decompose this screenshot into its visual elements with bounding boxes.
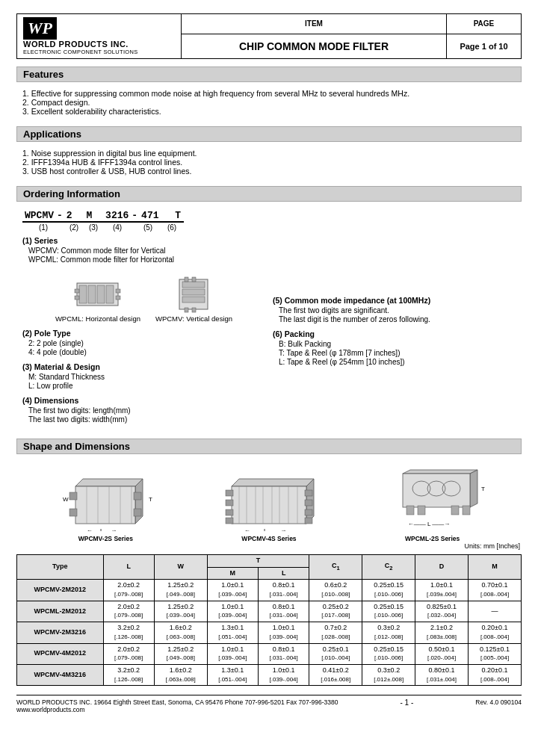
svg-rect-58 (463, 506, 470, 515)
cell-value: 0.50±0.1[.020-.004] (415, 643, 469, 664)
cell-type: WPCMV-2M2012 (17, 580, 104, 601)
code-part-m: M (84, 210, 94, 223)
spec3-line1: M: Standard Thickness (22, 373, 265, 381)
svg-rect-13 (185, 277, 188, 282)
svg-rect-3 (97, 285, 105, 303)
wpcmv-diagram (173, 276, 214, 313)
spec6-line1: B: Bulk Packing (273, 340, 516, 348)
code-part-3216: 3216 (103, 210, 131, 223)
shapes-header: Shape and Dimensions (16, 439, 522, 454)
spec3-line2: L: Low profile (22, 382, 265, 390)
spec4-line2: The last two digits: width(mm) (22, 415, 265, 424)
spec-section-1: (1) Series WPCMV: Common mode filter for… (22, 236, 265, 264)
cell-value: 1.25±0.2[.049-.008] (154, 580, 207, 601)
ordering-num-line: (1) (2) (3) (4) (5) (6) (24, 223, 516, 232)
logo-text: WORLD PRODUCTS INC. ELECTRONIC COMPONENT… (23, 40, 137, 55)
spec2-title: (2) Pole Type (22, 329, 265, 338)
th-TM: M (207, 567, 258, 580)
th-C2: C2 (362, 555, 415, 580)
item-label: ITEM (182, 14, 447, 34)
wpcml-img-label: WPCML: Horizontal design (55, 315, 140, 323)
svg-rect-5 (75, 289, 79, 293)
svg-text:W: W (63, 496, 69, 503)
svg-rect-16 (192, 308, 196, 312)
wpcml-diagram (73, 276, 122, 313)
code-num-1: (1) (24, 223, 63, 232)
code-num-4: (4) (102, 223, 133, 232)
spec-section-4: (4) Dimensions The first two digits: len… (22, 396, 265, 424)
cell-value: 1.0±0.1[.039-.004] (207, 643, 258, 664)
wpcmv-img-label: WPCMV: Vertical design (155, 315, 232, 323)
code-spacer-3 (162, 210, 173, 223)
svg-rect-1 (79, 285, 87, 303)
svg-rect-19 (75, 486, 135, 524)
svg-marker-52 (403, 470, 477, 474)
item-value: CHIP COMMON MODE FILTER (182, 34, 447, 58)
cell-value: — (469, 601, 522, 622)
svg-rect-47 (305, 490, 312, 496)
table-row: WPCMV-2M32163.2±0.2[.126-.008]1.6±0.2[.0… (17, 622, 522, 643)
cell-value: 1.0±0.1[.039-.004] (259, 664, 309, 685)
svg-rect-57 (451, 506, 459, 515)
spec-section-6: (6) Packing B: Bulk Packing T: Tape & Re… (273, 329, 516, 366)
features-content: 1. Effective for suppressing common mode… (16, 86, 522, 120)
spec6-line3: L: Tape & Reel (φ 254mm [10 inches]) (273, 358, 516, 366)
svg-rect-44 (226, 500, 233, 506)
cell-value: 0.25±0.2[.017-.008] (309, 601, 362, 622)
code-num-5: (5) (133, 223, 163, 232)
svg-rect-11 (182, 289, 205, 295)
svg-text:T: T (149, 496, 152, 503)
code-part-wpcmv: WPCMV (22, 210, 56, 223)
table-row: WPCMV-2M20122.0±0.2[.079-.008]1.25±0.2[.… (17, 580, 522, 601)
spec-section-5: (5) Common mode impedance (at 100MHz) Th… (273, 296, 516, 323)
applications-content: 1. Noise suppression in digital bus line… (16, 146, 522, 180)
cell-value: 2.0±0.2[.079-.008] (103, 643, 154, 664)
cell-value: 0.20±0.1[.008-.004] (469, 664, 522, 685)
svg-rect-2 (88, 285, 96, 303)
dimensions-table: Type L W T C1 C2 D M M L WPCMV-2M20122.0… (16, 554, 522, 686)
cell-value: 0.8±0.1[.031-.004] (259, 580, 309, 601)
cell-value: 1.3±0.1[.051-.004] (207, 622, 258, 643)
svg-marker-18 (135, 479, 143, 524)
cell-type: WPCML-2M2012 (17, 601, 104, 622)
spec-col-right: (5) Common mode impedance (at 100MHz) Th… (273, 236, 516, 430)
code-part-2: 2 (64, 210, 75, 223)
spec2-line1: 2: 2 pole (single) (22, 339, 265, 347)
footer-left: WORLD PRODUCTS INC. 19664 Eighth Street … (16, 698, 338, 713)
svg-rect-10 (182, 282, 205, 288)
svg-rect-56 (418, 506, 425, 515)
shape-wpcmv-4s: ←—— L ——→ WPCMV-4S Series (209, 464, 329, 542)
cell-value: 3.2±0.2[.126-.008] (103, 622, 154, 643)
ordering-code-line: WPCMV - 2 M 3216 - 471 T (22, 210, 516, 223)
spec1-line1: WPCMV: Common mode filter for Vertical (22, 247, 265, 255)
code-part-t: T (172, 210, 184, 223)
cell-value: 0.20±0.1[.008-.004] (469, 622, 522, 643)
cell-value: 1.25±0.2[.049-.008] (154, 643, 207, 664)
cell-value: 1.0±0.1[.039-.004] (207, 601, 258, 622)
spec-section-2: (2) Pole Type 2: 2 pole (single) 4: 4 po… (22, 329, 265, 356)
spec5-title: (5) Common mode impedance (at 100MHz) (273, 296, 516, 305)
cell-value: 2.0±0.2[.079-.008] (103, 601, 154, 622)
shape-wpcml-2s: ←—— L ——→ T WPCML-2S Series (373, 464, 492, 542)
cell-value: 0.825±0.1[.032-.004] (415, 601, 469, 622)
th-T: T (207, 555, 309, 568)
svg-rect-4 (106, 285, 114, 303)
svg-rect-45 (226, 509, 233, 515)
spec-columns: (1) Series WPCMV: Common mode filter for… (16, 233, 522, 433)
cell-value: 0.8±0.1[.031-.004] (259, 601, 309, 622)
wpcml-2s-svg: ←—— L ——→ T (373, 464, 492, 531)
spec3-title: (3) Material & Design (22, 362, 265, 371)
cell-value: 2.1±0.2[.083±.008] (415, 622, 469, 643)
features-header: Features (16, 66, 522, 82)
shape-wpcmv-2s: ←— L —→ T W WPCMV-2S Series (46, 464, 165, 542)
svg-rect-43 (226, 490, 233, 496)
svg-marker-17 (75, 479, 143, 486)
cell-type: WPCMV-4M2012 (17, 643, 104, 664)
cell-value: 1.0±0.1[.039-.004] (259, 622, 309, 643)
feature-item-3: 3. Excellent solderability characteristi… (22, 107, 516, 116)
svg-rect-27 (134, 492, 141, 500)
svg-text:←—— L ——→: ←—— L ——→ (407, 521, 450, 527)
footer: WORLD PRODUCTS INC. 19664 Eighth Street … (16, 695, 522, 713)
svg-rect-46 (226, 518, 233, 524)
svg-rect-48 (305, 500, 312, 506)
